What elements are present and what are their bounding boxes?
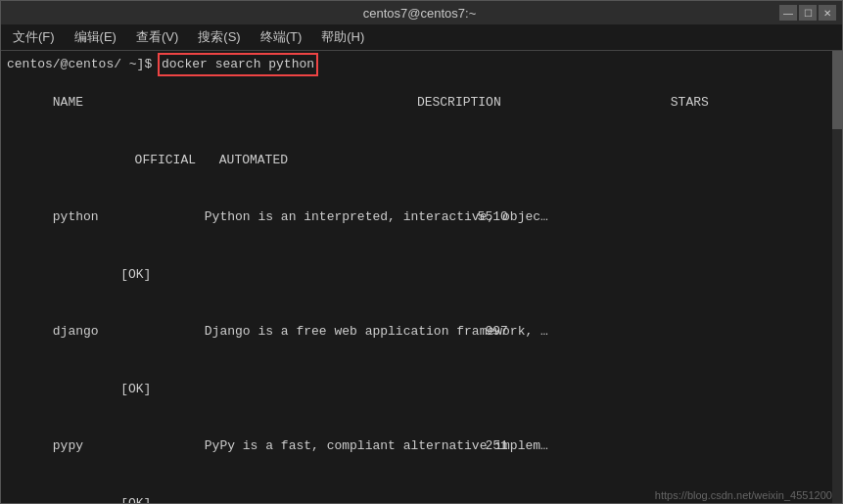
table-subheader: OFFICIALAUTOMATED bbox=[7, 131, 836, 189]
close-button[interactable]: ✕ bbox=[819, 5, 836, 21]
window-controls: — ☐ ✕ bbox=[779, 5, 842, 21]
col-desc-header: DESCRIPTION bbox=[268, 93, 650, 113]
command-text: docker search python bbox=[160, 55, 316, 74]
table-row: pypyPyPy is a fast, compliant alternativ… bbox=[7, 418, 836, 476]
menu-terminal[interactable]: 终端(T) bbox=[253, 26, 310, 48]
terminal-window: centos7@centos7:~ — ☐ ✕ 文件(F) 编辑(E) 查看(V… bbox=[0, 0, 843, 504]
menu-file[interactable]: 文件(F) bbox=[5, 26, 63, 48]
command-line: centos/@centos/ ~]$ docker search python bbox=[7, 55, 836, 74]
terminal-body[interactable]: centos/@centos/ ~]$ docker search python… bbox=[1, 51, 842, 503]
menu-edit[interactable]: 编辑(E) bbox=[67, 26, 124, 48]
title-bar: centos7@centos7:~ — ☐ ✕ bbox=[1, 1, 842, 24]
table-row-official-2: [OK] bbox=[7, 360, 836, 418]
col-auto-header: AUTOMATED bbox=[219, 151, 307, 170]
menu-help[interactable]: 帮助(H) bbox=[313, 26, 372, 48]
table-header: NAMEDESCRIPTIONSTARS bbox=[7, 74, 836, 132]
col-stars-header: STARS bbox=[650, 93, 709, 113]
table-row-official-1: [OK] bbox=[7, 246, 836, 303]
col-name-header: NAME bbox=[53, 93, 268, 113]
col-official-header: OFFICIAL bbox=[112, 151, 219, 170]
scrollbar-thumb[interactable] bbox=[832, 51, 842, 129]
menu-bar: 文件(F) 编辑(E) 查看(V) 搜索(S) 终端(T) 帮助(H) bbox=[1, 24, 842, 51]
menu-search[interactable]: 搜索(S) bbox=[190, 26, 248, 48]
prompt: centos/@centos/ ~]$ bbox=[7, 55, 160, 74]
minimize-button[interactable]: — bbox=[779, 5, 797, 21]
scrollbar[interactable] bbox=[832, 51, 842, 503]
menu-view[interactable]: 查看(V) bbox=[128, 26, 186, 48]
window-title: centos7@centos7:~ bbox=[60, 6, 779, 21]
table-row: djangoDjango is a free web application f… bbox=[7, 303, 836, 361]
table-row: pythonPython is an interpreted, interact… bbox=[7, 189, 836, 247]
maximize-button[interactable]: ☐ bbox=[799, 5, 817, 21]
watermark: https://blog.csdn.net/weixin_45512007 bbox=[655, 489, 838, 501]
